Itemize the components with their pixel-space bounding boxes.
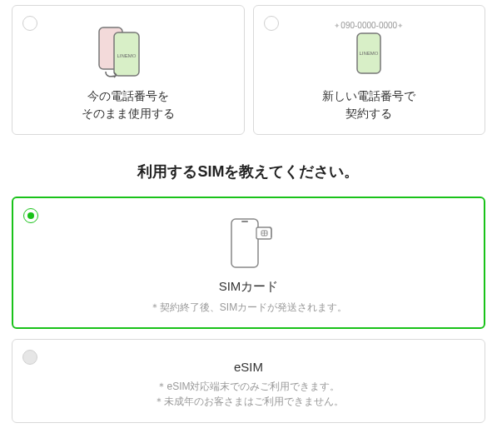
option-esim: eSIM ＊eSIM対応端末でのみご利用できます。 ＊未成年のお客さまはご利用で…: [12, 339, 485, 423]
radio-sim-card[interactable]: [23, 208, 38, 223]
sim-card-title: SIMカード: [21, 279, 476, 295]
esim-title: eSIM: [21, 360, 476, 374]
esim-notes: ＊eSIM対応端末でのみご利用できます。 ＊未成年のお客さまはご利用できません。: [21, 379, 476, 409]
option-keep-number[interactable]: LINEMO 今の電話番号を そのまま使用する: [12, 5, 245, 135]
keep-number-label: 今の電話番号を そのまま使用する: [21, 87, 236, 122]
svg-rect-5: [231, 219, 258, 267]
option-new-number[interactable]: ✦090-0000-0000✦ LINEMO 新しい電話番号で 契約する: [253, 5, 486, 135]
radio-keep-number[interactable]: [22, 16, 37, 31]
phone-number-options: LINEMO 今の電話番号を そのまま使用する ✦090-0000-0000✦ …: [12, 5, 485, 135]
sim-card-illustration: [21, 212, 476, 271]
radio-esim: [22, 350, 37, 365]
new-number-illustration: ✦090-0000-0000✦ LINEMO: [262, 21, 477, 79]
sim-card-note: ＊契約終了後、SIMカードが発送されます。: [21, 300, 476, 315]
sim-selection-heading: 利用するSIMを教えてください。: [12, 162, 485, 182]
svg-text:LINEMO: LINEMO: [360, 51, 379, 56]
keep-number-illustration: LINEMO: [21, 21, 236, 79]
svg-rect-6: [241, 221, 248, 222]
radio-new-number[interactable]: [264, 16, 279, 31]
new-number-label: 新しい電話番号で 契約する: [262, 87, 477, 122]
option-sim-card[interactable]: SIMカード ＊契約終了後、SIMカードが発送されます。: [12, 197, 485, 329]
phone-number-sample: ✦090-0000-0000✦: [334, 21, 404, 30]
svg-text:LINEMO: LINEMO: [117, 53, 136, 58]
